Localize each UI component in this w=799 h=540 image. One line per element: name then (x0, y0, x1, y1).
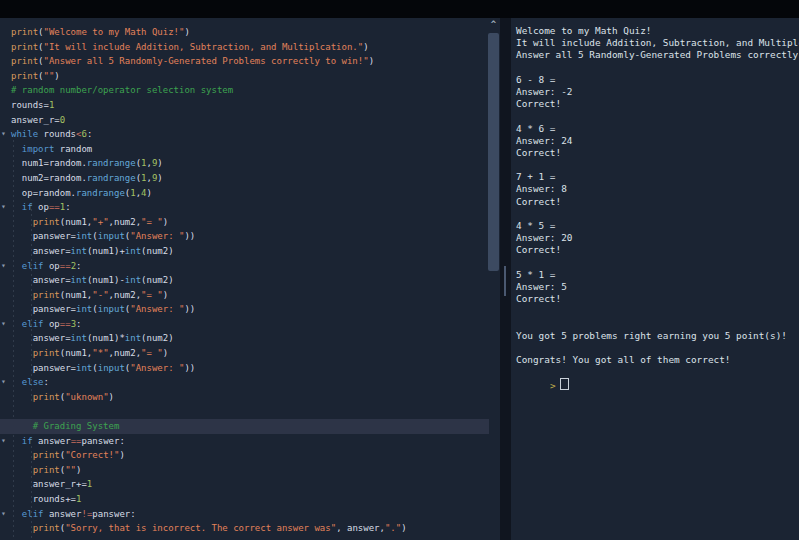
code-line[interactable]: ▾ else: (0, 375, 489, 390)
code-token: elif (22, 319, 44, 329)
code-token: (num2) (141, 246, 174, 256)
code-token: print (33, 290, 60, 300)
code-token: print (33, 348, 60, 358)
code-token: ) (163, 290, 168, 300)
code-line[interactable]: import random (0, 142, 489, 157)
console-line: It will include Addition, Subtraction, a… (516, 37, 799, 49)
code-line[interactable]: # Grading System (0, 419, 489, 434)
console-prompt-line[interactable]: > (516, 366, 799, 378)
code-token (11, 465, 33, 475)
code-line[interactable]: ▾ elif op==3: (0, 317, 489, 332)
console-output-pane[interactable]: Welcome to my Math Quiz!It will include … (511, 18, 799, 540)
code-line[interactable]: print("It will include Addition, Subtrac… (0, 40, 489, 55)
code-line[interactable]: answer=int(num1)-int(num2) (0, 273, 489, 288)
code-line[interactable]: num2=random.randrange(1,9) (0, 171, 489, 186)
console-line (516, 318, 799, 330)
fold-arrow-icon[interactable]: ▾ (1, 375, 6, 390)
code-token: rounds= (11, 100, 49, 110)
console-line (516, 110, 799, 122)
code-token: print (33, 217, 60, 227)
code-token: panswer= (11, 304, 76, 314)
fold-arrow-icon[interactable]: ▾ (1, 127, 6, 142)
code-token: "Answer all 5 Randomly-Generated Problem… (44, 56, 369, 66)
code-line[interactable]: rounds+=1 (0, 492, 489, 507)
console-line: 5 * 1 = (516, 269, 799, 281)
code-token: answer (33, 436, 71, 446)
code-line[interactable]: print("uknown") (0, 390, 489, 405)
code-line[interactable]: answer=int(num1)+int(num2) (0, 244, 489, 259)
code-line[interactable]: print("Welcome to my Math Quiz!") (0, 25, 489, 40)
console-line: Correct! (516, 244, 799, 256)
code-line[interactable]: print("Sorry, that is incorrect. The cor… (0, 521, 489, 536)
code-token: int (125, 246, 141, 256)
code-line[interactable]: print("") (0, 69, 489, 84)
code-token: print (33, 392, 60, 402)
code-token: print (11, 71, 38, 81)
code-token: ) (401, 523, 406, 533)
prompt-symbol: > (550, 380, 556, 391)
editor-scrollbar-thumb[interactable] (488, 33, 499, 271)
code-token: ) (147, 188, 152, 198)
code-line[interactable]: print(num1,"*",num2,"= ") (0, 346, 489, 361)
code-line[interactable]: print(num1,"-",num2,"= ") (0, 288, 489, 303)
code-token: (num2) (141, 275, 174, 285)
code-token: "= " (141, 348, 163, 358)
code-token: ) (157, 158, 162, 168)
code-line[interactable]: ▾ if answer==panswer: (0, 434, 489, 449)
scrollbar-up-arrow-icon[interactable]: ^ (487, 19, 500, 31)
code-editor-pane[interactable]: print("Welcome to my Math Quiz!")print("… (0, 18, 500, 540)
fold-arrow-icon[interactable]: ▾ (1, 507, 6, 522)
code-line[interactable]: # random number/operator selection syste… (0, 83, 489, 98)
code-token (11, 392, 33, 402)
console-line: Answer: 20 (516, 232, 799, 244)
code-line[interactable]: answer=int(num1)*int(num2) (0, 331, 489, 346)
code-token (11, 523, 33, 533)
code-line[interactable]: ▾ elif answer!=panswer: (0, 507, 489, 522)
code-token (11, 290, 33, 300)
code-token: (num1)* (87, 333, 125, 343)
code-token: == (71, 436, 82, 446)
code-line[interactable]: panswer=int(input("Answer: ")) (0, 361, 489, 376)
code-line[interactable]: answer_r=0 (0, 113, 489, 128)
code-line[interactable]: ▾while rounds<6: (0, 127, 489, 142)
code-line[interactable]: ▾ elif op==2: (0, 259, 489, 274)
code-token: num2=random. (11, 173, 87, 183)
code-token: int (71, 246, 87, 256)
code-token: else (22, 377, 44, 387)
code-token: == (49, 202, 60, 212)
code-token: op (44, 319, 60, 329)
code-line[interactable]: print("Correct!") (0, 448, 489, 463)
code-line[interactable]: rounds=1 (0, 98, 489, 113)
code-line[interactable]: ▾ if op==1: (0, 200, 489, 215)
console-line: 7 + 1 = (516, 171, 799, 183)
code-token: answer= (11, 246, 71, 256)
fold-arrow-icon[interactable]: ▾ (1, 200, 6, 215)
code-line[interactable]: print("") (0, 463, 489, 478)
code-token (11, 202, 22, 212)
console-line: Answer: 24 (516, 135, 799, 147)
console-line: Answer all 5 Randomly-Generated Problems… (516, 49, 799, 61)
code-token: import (22, 144, 55, 154)
code-token: int (76, 231, 92, 241)
code-token: ,num2, (109, 290, 142, 300)
fold-arrow-icon[interactable]: ▾ (1, 317, 6, 332)
code-token: ) (157, 173, 162, 183)
code-line[interactable] (0, 404, 489, 419)
fold-arrow-icon[interactable]: ▾ (1, 259, 6, 274)
code-line[interactable]: print("Answer all 5 Randomly-Generated P… (0, 54, 489, 69)
code-token: 1 (87, 479, 92, 489)
console-line (516, 159, 799, 171)
code-line[interactable]: panswer=int(input("Answer: ")) (0, 302, 489, 317)
fold-arrow-icon[interactable]: ▾ (1, 434, 6, 449)
code-line[interactable]: op=random.randrange(1,4) (0, 186, 489, 201)
code-token: panswer= (11, 231, 76, 241)
code-line[interactable]: answer_r+=1 (0, 477, 489, 492)
code-line[interactable]: print(num1,"+",num2,"= ") (0, 215, 489, 230)
pane-divider-handle[interactable] (504, 266, 506, 296)
code-token: != (81, 509, 92, 519)
code-line[interactable]: num1=random.randrange(1,9) (0, 156, 489, 171)
code-token: == (60, 319, 71, 329)
console-line (516, 305, 799, 317)
code-line[interactable]: panswer=int(input("Answer: ")) (0, 229, 489, 244)
console-line: 4 * 5 = (516, 220, 799, 232)
